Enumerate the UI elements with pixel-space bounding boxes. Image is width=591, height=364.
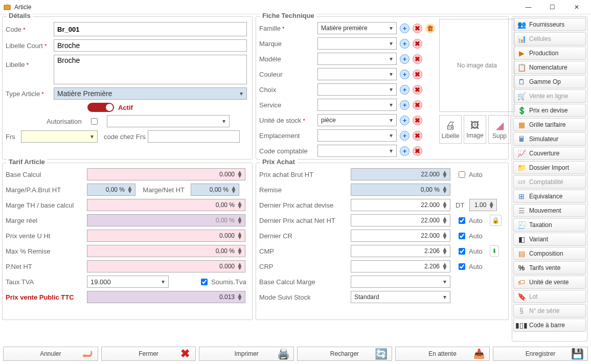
code-input[interactable] (54, 22, 247, 36)
auto-cmp-checkbox[interactable]: Auto (457, 246, 483, 256)
marge-pa-input[interactable]: 0,00 %▲▼ (87, 184, 135, 196)
unite-delete-button[interactable]: ✖ (413, 116, 422, 125)
famille-trash-button[interactable]: 🗑 (425, 24, 435, 33)
base-calcul-input[interactable]: 0.000▲▼ (87, 168, 245, 180)
auto-cr-checkbox[interactable]: Auto (457, 231, 483, 241)
libelle-textarea[interactable]: Broche (54, 55, 247, 84)
pnet-input[interactable]: 0.000▲▼ (87, 260, 245, 272)
enregistrer-button[interactable]: Enregistrer💾 (493, 347, 588, 361)
type-article-select[interactable]: Matière Première▾ (54, 87, 247, 100)
auto-net-checkbox[interactable]: Auto (457, 216, 483, 225)
chevron-down-icon: ▾ (387, 116, 395, 125)
max-remise-input[interactable]: 0,00 %▲▼ (87, 245, 245, 257)
image-button[interactable]: 🖼Image (464, 115, 486, 144)
marque-select[interactable]: ▾ (317, 37, 397, 50)
choix-add-button[interactable]: + (400, 85, 410, 95)
crp-input[interactable]: 2.206▲▼ (351, 260, 450, 272)
emplacement-select[interactable]: ▾ (317, 129, 397, 142)
remise-input[interactable]: 0,00 %▲▼ (351, 184, 450, 196)
service-add-button[interactable]: + (400, 100, 410, 110)
marque-delete-button[interactable]: ✖ (413, 39, 422, 49)
imprimer-button[interactable]: Imprimer🖨️ (199, 347, 294, 361)
soumis-tva-checkbox[interactable]: Soumis.Tva (199, 277, 246, 287)
frs-select[interactable]: ▾ (21, 130, 98, 143)
service-delete-button[interactable]: ✖ (413, 100, 422, 110)
sidebar-item-mouvement[interactable]: ☰Mouvement (513, 204, 586, 217)
sidebar-item-fournisseurs[interactable]: 👥Fournisseurs (513, 18, 586, 31)
close-button[interactable]: ✕ (565, 0, 588, 14)
sidebar-item-lot: 🔖Lot (513, 290, 586, 303)
supp-button[interactable]: ◢Supp (488, 115, 511, 144)
unite-select[interactable]: pièce▾ (317, 114, 397, 126)
actif-toggle[interactable] (87, 103, 114, 112)
marge-net-input[interactable]: 0,00 %▲▼ (191, 184, 239, 196)
marge-th-input[interactable]: 0,00 %▲▼ (87, 199, 245, 211)
en-attente-button[interactable]: En attente📥 (395, 347, 490, 361)
unite-add-button[interactable]: + (400, 116, 410, 125)
dernier-devise-input[interactable]: 22.000▲▼ (351, 199, 450, 211)
couleur-select[interactable]: ▾ (317, 68, 397, 80)
famille-select[interactable]: Matière première▾ (317, 22, 397, 34)
base-marge-select[interactable]: ▾ (351, 276, 450, 288)
dernier-cr-input[interactable]: 22.000▲▼ (351, 230, 450, 242)
sidebar-item-grille-tarifaire[interactable]: ▦Grille tarifaire (513, 118, 586, 131)
choix-delete-button[interactable]: ✖ (413, 85, 422, 95)
image-preview: No image data (439, 19, 515, 112)
dt-input[interactable]: 1.00▲▼ (469, 199, 497, 211)
chevron-down-icon: ▾ (387, 131, 395, 140)
famille-delete-button[interactable]: ✖ (413, 24, 422, 33)
sidebar-item-dossier-import[interactable]: 📁Dossier Import (513, 161, 586, 174)
fermer-button[interactable]: Fermer✖ (101, 347, 196, 361)
sidebar-item-couverture[interactable]: 📈Couverture (513, 147, 586, 160)
mode-suivi-select[interactable]: Standard▾ (351, 291, 450, 303)
sidebar-item-code-barre[interactable]: ▮▯▮Code à barre (513, 318, 586, 332)
sidebar-item-nomenclature[interactable]: 📋Nomenclature (513, 61, 586, 74)
service-select[interactable]: ▾ (317, 99, 397, 111)
sidebar-item-variant[interactable]: ◧Variant (513, 233, 586, 246)
cmp-input[interactable]: 2.206▲▼ (351, 245, 450, 257)
code_comptable-select[interactable]: ▾ (317, 145, 397, 157)
sidebar-item-taxation[interactable]: 🧾Taxation (513, 218, 586, 232)
code-chez-frs-input[interactable] (148, 130, 240, 143)
maximize-button[interactable]: ☐ (541, 0, 564, 14)
autorisation-select[interactable]: ▾ (107, 115, 230, 127)
minimize-button[interactable]: — (517, 0, 540, 14)
code_comptable-add-button[interactable]: + (400, 146, 410, 156)
chevron-down-icon: ▾ (387, 85, 395, 94)
modele-add-button[interactable]: + (400, 54, 410, 64)
modele-delete-button[interactable]: ✖ (413, 54, 422, 64)
couleur-add-button[interactable]: + (400, 70, 410, 79)
prix-brut-input[interactable]: 22.000▲▼ (351, 168, 450, 180)
lock-icon[interactable]: 🔒 (490, 215, 502, 226)
auto-brut-checkbox[interactable]: Auto (457, 170, 483, 179)
sidebar-item-prix-en-devise[interactable]: 💲Prix en devise (513, 104, 586, 117)
recharger-button[interactable]: Recharger🔄 (297, 347, 392, 361)
taux-tva-select[interactable]: 19.000▾ (87, 276, 169, 288)
prix-public-input[interactable]: 0.013▲▼ (87, 291, 245, 303)
choix-select[interactable]: ▾ (317, 83, 397, 96)
modele-select[interactable]: ▾ (317, 53, 397, 65)
couleur-delete-button[interactable]: ✖ (413, 70, 422, 79)
sidebar-item-composition[interactable]: ▤Composition (513, 247, 586, 260)
sidebar-item-production[interactable]: ▶Production (513, 47, 586, 60)
sidebar-item-tarifs-vente[interactable]: %Tarifs vente (513, 261, 586, 275)
annuler-button[interactable]: Annuler (3, 347, 98, 361)
emplacement-add-button[interactable]: + (400, 131, 410, 141)
sidebar-item-gamme-op[interactable]: 🗒Gamme Op (513, 75, 586, 88)
libelle-button[interactable]: 🖨Libelle (439, 115, 462, 144)
autorisation-checkbox[interactable] (91, 118, 98, 125)
famille-add-button[interactable]: + (400, 24, 410, 33)
marque-add-button[interactable]: + (400, 39, 410, 49)
code_comptable-delete-button[interactable]: ✖ (413, 146, 422, 156)
sidebar-item-unit-de-vente[interactable]: 🏷Unité de vente (513, 276, 586, 289)
auto-crp-checkbox[interactable]: Auto (457, 262, 483, 271)
sidebar-item-label: Equivalance (529, 193, 562, 200)
remise-label: Remise (259, 186, 349, 194)
prix-vente-u-input[interactable]: 0.000▲▼ (87, 230, 245, 242)
download-icon[interactable]: ⬇ (490, 245, 499, 257)
dernier-net-input[interactable]: 22.000▲▼ (351, 214, 450, 226)
sidebar-item-equivalance[interactable]: ⊞Equivalance (513, 190, 586, 203)
sidebar-item-simulateur[interactable]: 🖩Simulateur (513, 132, 586, 146)
libelle-court-input[interactable] (54, 39, 247, 52)
emplacement-delete-button[interactable]: ✖ (413, 131, 422, 141)
